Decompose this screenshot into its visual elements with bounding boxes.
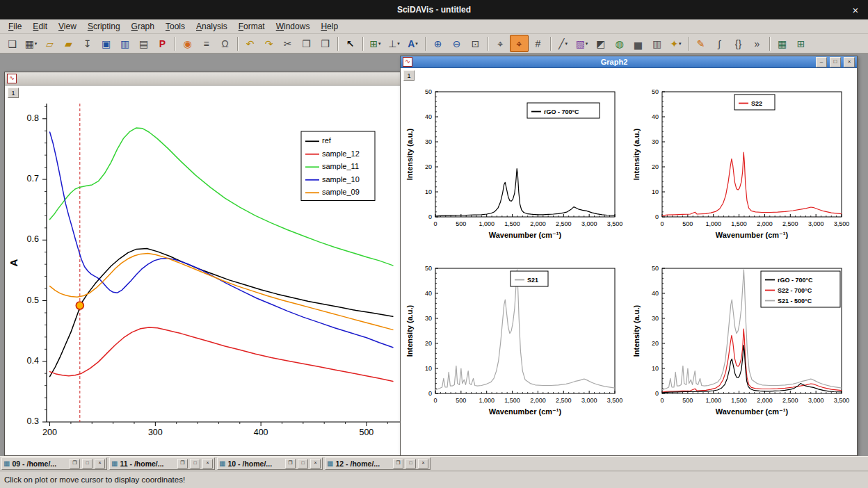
copy-button[interactable]: ❐	[297, 35, 316, 52]
tab-maximize-button[interactable]: □	[82, 459, 93, 469]
tab-close-button[interactable]: ×	[310, 459, 321, 469]
menu-windows[interactable]: Windows	[271, 20, 316, 33]
add-curve-icon: ⊞	[369, 39, 378, 49]
new-project-button[interactable]: ❑	[3, 35, 22, 52]
screen-reader-button[interactable]: ⌖	[491, 35, 510, 52]
mdi-workspace: ∿ 1 2003004005000.30.40.50.60.70.8Arefsa…	[0, 54, 868, 456]
add-text-button[interactable]: A▾	[403, 35, 422, 52]
tab-restore-button[interactable]: ❐	[177, 459, 188, 469]
cut-icon: ✂	[284, 39, 292, 49]
menu-graph[interactable]: Graph	[126, 20, 160, 33]
graph2-subplot-1[interactable]: 05001,0001,5002,0002,5003,0003,500010203…	[405, 85, 627, 259]
svg-text:50: 50	[652, 88, 659, 95]
add-function-curve-button[interactable]: ▧▾	[572, 35, 591, 52]
svg-text:3,000: 3,000	[808, 220, 824, 227]
graph2-window[interactable]: ∿ Graph2 – □ × 1 05001,0001,5002,0002,50…	[400, 56, 858, 456]
import-ascii-button[interactable]: ↧	[78, 35, 97, 52]
svg-text:40: 40	[425, 113, 432, 120]
minimized-window-tab-4[interactable]: ▦12 - /home/...❐□×	[325, 457, 431, 470]
svg-text:1,500: 1,500	[731, 220, 747, 227]
new-aspect-button[interactable]: ▦▾	[22, 35, 40, 52]
redo-button[interactable]: ↷	[259, 35, 278, 52]
menu-view[interactable]: View	[53, 20, 82, 33]
tab-maximize-button[interactable]: □	[405, 459, 416, 469]
minimized-window-tab-3[interactable]: ▦10 - /home/...❐□×	[217, 457, 323, 470]
paste-button[interactable]: ❒	[316, 35, 335, 52]
toolbar-separator	[175, 37, 175, 51]
menu-format[interactable]: Format	[233, 20, 271, 33]
save-template-icon: ▥	[120, 39, 129, 49]
open-template-button[interactable]: ▰	[59, 35, 78, 52]
open-project-button[interactable]: ▱	[40, 35, 59, 52]
svg-text:Wavenumber (cm⁻¹): Wavenumber (cm⁻¹)	[489, 231, 562, 239]
add-curve-button[interactable]: ⊞▾	[366, 35, 385, 52]
zoom-in-button[interactable]: ⊕	[428, 35, 447, 52]
graph2-minimize-button[interactable]: –	[816, 57, 827, 67]
graph1-layer-button[interactable]: 1	[8, 88, 19, 98]
graph2-title: Graph2	[415, 58, 813, 66]
graph1-plot[interactable]: 2003004005000.30.40.50.60.70.8Arefsample…	[5, 86, 401, 455]
tab-close-button[interactable]: ×	[418, 459, 428, 469]
add-table-button[interactable]: ⊞	[791, 35, 810, 52]
draw-line-button[interactable]: ╱▾	[554, 35, 572, 52]
status-text: Click on plot or move cursor to display …	[4, 475, 185, 484]
graph2-maximize-button[interactable]: □	[830, 57, 841, 67]
pointer-button[interactable]: ↖	[341, 35, 360, 52]
menu-edit[interactable]: Edit	[27, 20, 53, 33]
histogram-plot-button[interactable]: ▅	[629, 35, 648, 52]
cut-button[interactable]: ✂	[278, 35, 297, 52]
minimized-window-tab-1[interactable]: ▦09 - /home/...❐□×	[1, 457, 107, 470]
data-reader-button[interactable]: ⌖	[510, 35, 529, 52]
graph2-subplot-4[interactable]: 05001,0001,5002,0002,5003,0003,500010203…	[632, 261, 854, 435]
rescale-to-show-all-button[interactable]: ⊡	[466, 35, 485, 52]
column-plot-button[interactable]: ▥	[648, 35, 666, 52]
select-data-range-button[interactable]: #	[529, 35, 547, 52]
graph2-layer-button[interactable]: 1	[403, 70, 415, 81]
undo-button[interactable]: ↶	[241, 35, 259, 52]
svg-text:0: 0	[433, 397, 437, 404]
results-log-button[interactable]: ≡	[197, 35, 216, 52]
integrate-button[interactable]: ∫	[710, 35, 729, 52]
minimized-window-tab-2[interactable]: ▦11 - /home/...❐□×	[109, 457, 215, 470]
lock-toolbars-button[interactable]: Ω	[216, 35, 234, 52]
menu-file[interactable]: File	[3, 20, 27, 33]
save-template-button[interactable]: ▥	[115, 35, 134, 52]
graph2-close-button[interactable]: ×	[844, 57, 855, 67]
tab-restore-button[interactable]: ❐	[393, 459, 403, 469]
tab-restore-button[interactable]: ❐	[70, 459, 80, 469]
svg-text:Intensity (a.u.): Intensity (a.u.)	[632, 128, 641, 180]
export-pdf-button[interactable]: P	[153, 35, 172, 52]
app-close-button[interactable]: ×	[849, 0, 862, 19]
svg-text:300: 300	[148, 428, 163, 437]
menu-analysis[interactable]: Analysis	[191, 20, 233, 33]
fit-wizard-button[interactable]: ✦▾	[666, 35, 685, 52]
tab-close-button[interactable]: ×	[95, 459, 105, 469]
column-plot-icon: ▥	[652, 39, 661, 49]
project-explorer-button[interactable]: ◉	[178, 35, 197, 52]
draw-pen-button[interactable]: ✎	[691, 35, 710, 52]
graph2-subplot-3[interactable]: 05001,0001,5002,0002,5003,0003,500010203…	[405, 261, 627, 435]
graph2-titlebar[interactable]: ∿ Graph2 – □ ×	[401, 56, 857, 68]
zoom-out-button[interactable]: ⊖	[447, 35, 466, 52]
menu-scripting[interactable]: Scripting	[82, 20, 126, 33]
add-text-icon: A	[408, 39, 415, 49]
graph2-subplot-2[interactable]: 05001,0001,5002,0002,5003,0003,500010203…	[632, 85, 854, 259]
web-globe-icon: ◍	[615, 39, 623, 49]
save-project-button[interactable]: ▣	[97, 35, 115, 52]
menu-help[interactable]: Help	[315, 20, 344, 33]
toolbar-separator	[488, 37, 488, 51]
tab-close-button[interactable]: ×	[202, 459, 213, 469]
script-editor-button[interactable]: {}	[729, 35, 748, 52]
add-error-bars-button[interactable]: ⊥▾	[385, 35, 403, 52]
toolbar-separator	[337, 37, 338, 51]
new-table-button[interactable]: ▦	[773, 35, 791, 52]
tab-restore-button[interactable]: ❐	[285, 459, 296, 469]
tab-maximize-button[interactable]: □	[190, 459, 200, 469]
web-globe-button[interactable]: ◍	[610, 35, 629, 52]
script-console-button[interactable]: »	[748, 35, 766, 52]
svg-text:S22 - 700°C: S22 - 700°C	[778, 287, 812, 294]
tab-maximize-button[interactable]: □	[298, 459, 308, 469]
menu-tools[interactable]: Tools	[160, 20, 191, 33]
print-button[interactable]: ▤	[134, 35, 153, 52]
pattern-tool-button[interactable]: ◩	[591, 35, 610, 52]
